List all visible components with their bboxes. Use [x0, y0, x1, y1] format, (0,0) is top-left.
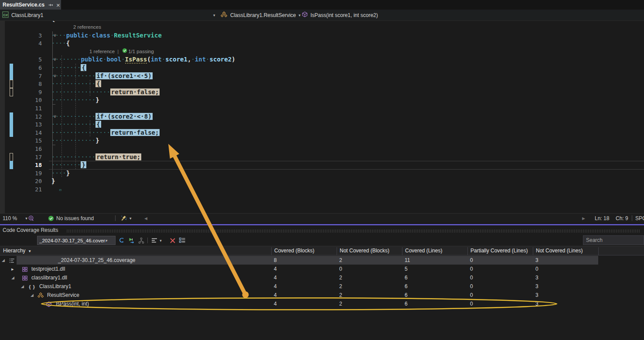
scroll-left-arrow-icon[interactable]: ◀ [144, 216, 147, 221]
coverage-value: 3 [535, 282, 538, 291]
line-number: 12 [16, 112, 42, 121]
code-line[interactable]: ········{ [51, 64, 86, 72]
coverage-value: 11 [405, 256, 410, 265]
code-line[interactable]: ····{ [51, 39, 70, 48]
coverage-row[interactable]: ◢_2024-07-30.17_25_46.coverage821103 [0, 256, 644, 265]
collapse-arrow-icon[interactable]: ◢ [11, 273, 14, 282]
code-line[interactable]: ····} [51, 169, 70, 177]
coverage-value: 5 [405, 265, 408, 273]
document-tab[interactable]: ResultService.cs × [0, 0, 61, 10]
sort-descending-icon: ▼ [28, 249, 31, 253]
coverage-row[interactable]: ▸testproject1.dll40500 [0, 265, 644, 273]
coverage-value: 6 [405, 291, 408, 299]
zoom-level: 110 % [3, 215, 17, 221]
coverage-covered-margin-indicator [10, 112, 13, 121]
line-number: 2 [16, 21, 42, 23]
code-editor[interactable]: 2{2 references3∨····public·class·ResultS… [0, 21, 644, 213]
line-number: 3 [16, 31, 42, 40]
search-input[interactable] [583, 235, 644, 245]
code-token: } [66, 170, 70, 177]
column-header[interactable]: Partially Covered (Lines) [467, 246, 533, 255]
line-number: 6 [16, 64, 42, 72]
code-line[interactable]: ············if·(score1·<·5) [51, 72, 153, 80]
code-token: int [195, 56, 206, 63]
code-token: return·true; [95, 153, 141, 160]
collapse-arrow-icon[interactable]: ◢ [2, 256, 5, 265]
panel-title: Code Coverage Results [3, 227, 58, 233]
code-line[interactable]: ················return·false; [51, 129, 160, 137]
code-line[interactable]: ················return·false; [51, 88, 160, 96]
code-line[interactable]: ········} [51, 161, 86, 169]
chevron-down-icon[interactable]: ▾ [299, 13, 301, 17]
code-coverage-panel: Code Coverage Results _2024-07-30.17_25_… [0, 226, 644, 340]
code-token: { [66, 40, 70, 47]
coverage-value: 8 [274, 256, 277, 265]
coverage-row[interactable]: ◢classlibrary1.dll42603 [0, 273, 644, 282]
column-indicator: Ch: 9 [616, 214, 628, 223]
coverage-value: 6 [405, 273, 408, 282]
coverage-value: 3 [535, 299, 538, 308]
coverage-row-label: classlibrary1.dll [31, 273, 67, 282]
chevron-down-icon[interactable]: ▾ [213, 13, 215, 17]
member-crumb[interactable]: IsPass(int score1, int score2) [302, 10, 378, 20]
code-token: bool [106, 56, 121, 63]
document-health-icon[interactable] [28, 214, 34, 223]
expand-arrow-icon[interactable]: ▸ [11, 265, 14, 273]
project-dropdown[interactable]: C# ClassLibrary1 [2, 10, 43, 20]
remove-result-button[interactable] [168, 236, 177, 245]
import-results-button[interactable] [117, 236, 126, 245]
coverage-not-covered-margin-indicator [10, 80, 13, 88]
line-number: 14 [16, 129, 42, 137]
code-token: } [95, 137, 99, 144]
document-tab-strip: ResultService.cs × [0, 0, 644, 10]
line-number: 11 [16, 104, 42, 112]
coverage-value: 4 [274, 273, 277, 282]
method-icon [45, 301, 52, 307]
column-header[interactable]: Not Covered (Blocks) [337, 246, 402, 255]
export-results-button[interactable] [127, 236, 136, 245]
view-options-button[interactable]: ▾ [150, 236, 163, 245]
code-line[interactable]: } [51, 177, 55, 185]
whitespace-dots: ···· [51, 32, 66, 39]
code-line[interactable]: ············return·true; [51, 153, 141, 161]
collapse-arrow-icon[interactable]: ◢ [31, 291, 34, 299]
type-dropdown[interactable]: ClassLibrary1.ResultService ▾ [221, 10, 300, 20]
code-token: return·false; [110, 129, 160, 136]
coverage-value: 2 [339, 291, 342, 299]
code-cleanup-button[interactable]: ▾ [120, 214, 132, 223]
result-file-dropdown[interactable]: _2024-07-30.17_25_46.coverage ▾ [37, 236, 116, 245]
column-header[interactable]: Covered (Lines) [402, 246, 467, 255]
coverage-row[interactable]: ◢{ }ClassLibrary142603 [0, 282, 644, 291]
code-token: | [117, 48, 119, 56]
whitespace-dots: ············ [51, 96, 95, 103]
close-icon[interactable]: × [56, 2, 60, 8]
coverage-row[interactable]: IsPass(int, int)42603 [0, 299, 644, 308]
code-line[interactable]: ············} [51, 96, 99, 104]
scroll-right-arrow-icon[interactable]: ▶ [582, 216, 585, 221]
coverage-coloring-button[interactable] [137, 236, 146, 245]
code-line[interactable]: ▫ [59, 185, 62, 194]
manage-columns-button[interactable] [178, 236, 187, 245]
navigation-bar: C# ClassLibrary1 ▾ ClassLibrary1.ResultS… [0, 10, 644, 21]
column-header-hierarchy[interactable]: Hierarchy▼ [0, 246, 271, 255]
collapse-arrow-icon[interactable]: ◢ [21, 282, 24, 291]
coverage-row[interactable]: ◢ResultService42603 [0, 291, 644, 299]
code-line[interactable]: { [51, 21, 55, 23]
line-number: 20 [16, 177, 42, 185]
column-header[interactable]: Not Covered (Lines) [533, 246, 598, 255]
zoom-selector[interactable]: 110 % ▾ [3, 214, 27, 223]
code-line[interactable]: ····public·class·ResultService [51, 31, 162, 40]
code-line[interactable]: ············} [51, 136, 99, 145]
code-line[interactable]: ············{ [51, 80, 101, 88]
issues-status[interactable]: No issues found [48, 214, 94, 223]
code-token: 1 reference [89, 48, 115, 56]
code-token: if·(score2·<·8) [95, 113, 152, 120]
column-header[interactable]: Covered (Blocks) [271, 246, 337, 255]
pin-icon[interactable] [48, 2, 53, 8]
line-number: 10 [16, 96, 42, 104]
code-line[interactable]: ········public·bool·IsPass(int·score1,·i… [51, 55, 235, 64]
code-line[interactable]: ············{ [51, 120, 101, 129]
whitespace-dots: ················ [51, 88, 110, 95]
coverage-value: 3 [535, 273, 538, 282]
code-line[interactable]: ············if·(score2·<·8) [51, 112, 153, 121]
